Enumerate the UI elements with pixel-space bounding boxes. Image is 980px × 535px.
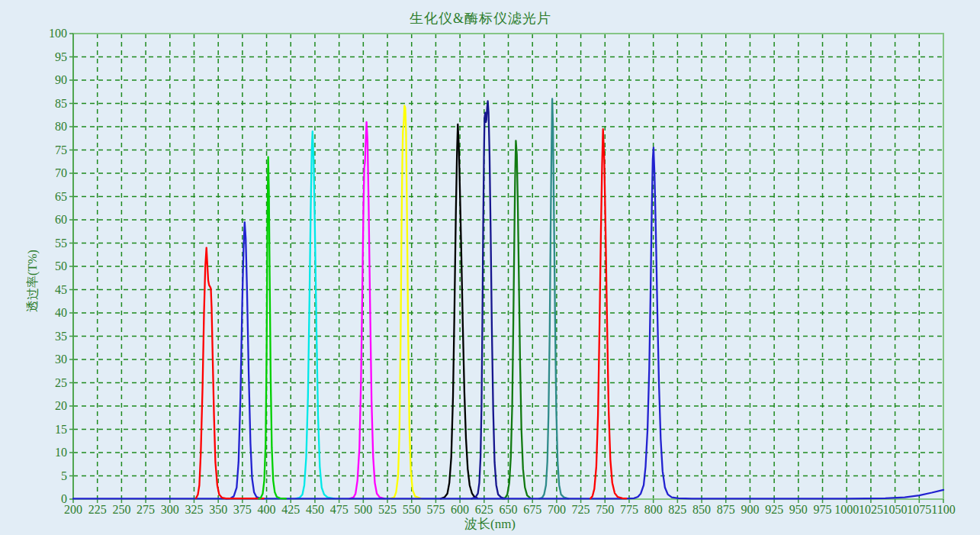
x-tick-label: 1075 <box>907 503 931 516</box>
x-tick-label: 375 <box>233 503 252 516</box>
x-tick-label: 425 <box>281 503 300 516</box>
y-tick-label: 10 <box>55 446 67 459</box>
y-tick-label: 75 <box>55 143 67 156</box>
x-tick-label: 1100 <box>931 503 955 516</box>
x-tick-label: 950 <box>789 503 808 516</box>
y-tick-label: 0 <box>61 492 67 505</box>
x-tick-label: 850 <box>692 503 711 516</box>
y-tick-label: 60 <box>55 213 67 226</box>
x-tick-label: 400 <box>258 503 276 516</box>
series-line-405nm-filter <box>259 157 286 499</box>
y-tick-label: 40 <box>55 306 67 319</box>
y-tick-label: 95 <box>55 50 67 63</box>
chart-canvas: 2002252502753003253503754004254504755005… <box>0 0 980 535</box>
x-tick-label: 875 <box>717 503 735 516</box>
series-line-660nm-filter <box>503 140 531 498</box>
y-tick-label: 30 <box>55 353 67 366</box>
x-tick-label: 1025 <box>859 503 883 516</box>
y-tick-label: 85 <box>55 97 67 110</box>
x-tick-label: 1000 <box>834 503 859 516</box>
x-tick-label: 725 <box>572 503 590 516</box>
series-line-630nm-filter <box>471 102 504 499</box>
series-line-700nm-filter <box>539 98 568 498</box>
x-tick-label: 275 <box>137 503 155 516</box>
x-tick-label: 700 <box>548 503 566 516</box>
y-tick-label: 100 <box>49 27 67 40</box>
x-tick-label: 450 <box>306 503 324 516</box>
x-tick-label: 525 <box>378 503 397 516</box>
x-tick-label: 600 <box>451 503 469 516</box>
x-tick-label: 325 <box>185 503 203 516</box>
x-tick-label: 750 <box>596 503 614 516</box>
chart-page: 生化仪&酶标仪滤光片 透过率(T%) 波长(nm) 20022525027530… <box>0 0 980 535</box>
y-tick-label: 35 <box>55 330 67 343</box>
y-tick-label: 80 <box>55 120 67 133</box>
y-tick-label: 25 <box>55 376 67 389</box>
x-tick-label: 800 <box>644 503 663 516</box>
y-tick-label: 65 <box>55 190 67 203</box>
x-tick-label: 475 <box>330 503 349 516</box>
x-tick-label: 925 <box>765 503 783 516</box>
x-tick-label: 675 <box>523 503 541 516</box>
series-line-378nm-filter <box>226 222 264 498</box>
series-line-750nm-filter <box>590 129 626 498</box>
x-tick-label: 825 <box>668 503 686 516</box>
x-tick-label: 550 <box>403 503 421 516</box>
series-line-340nm-filter <box>196 248 264 498</box>
x-tick-label: 500 <box>354 503 372 516</box>
y-tick-label: 20 <box>55 399 67 412</box>
x-tick-label: 975 <box>814 503 832 516</box>
y-tick-label: 55 <box>55 237 67 250</box>
x-tick-label: 250 <box>112 503 130 516</box>
x-tick-label: 575 <box>426 503 445 516</box>
x-tick-label: 625 <box>475 503 493 516</box>
x-tick-label: 775 <box>620 503 638 516</box>
x-tick-label: 1050 <box>883 503 908 516</box>
y-tick-label: 15 <box>55 423 67 436</box>
x-tick-label: 650 <box>500 503 518 516</box>
series-line-545nm-filter <box>390 106 422 499</box>
series-line-505nm-filter <box>350 122 385 499</box>
series-line-600nm-filter <box>441 124 477 499</box>
x-tick-label: 225 <box>88 503 107 516</box>
x-tick-label: 900 <box>741 503 759 516</box>
y-tick-label: 45 <box>55 283 67 296</box>
y-tick-label: 5 <box>61 469 67 482</box>
x-tick-label: 300 <box>161 503 179 516</box>
y-tick-label: 50 <box>55 259 67 272</box>
x-tick-label: 350 <box>209 503 227 516</box>
y-tick-label: 90 <box>55 73 67 86</box>
y-tick-label: 70 <box>55 166 67 179</box>
